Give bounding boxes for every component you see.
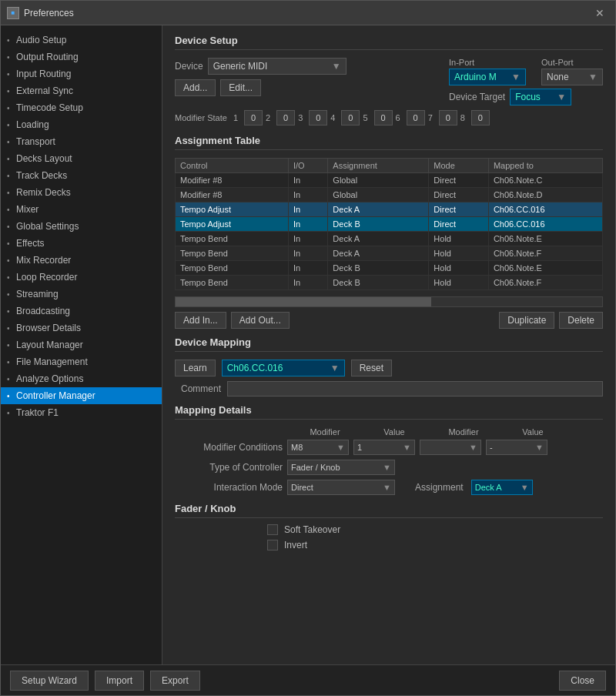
sidebar-item-external-sync[interactable]: External Sync	[1, 82, 162, 99]
sidebar-item-audio-setup[interactable]: Audio Setup	[1, 32, 162, 49]
sidebar-item-remix-decks[interactable]: Remix Decks	[1, 184, 162, 201]
sidebar-item-loop-recorder[interactable]: Loop Recorder	[1, 269, 162, 286]
assignment-table-title: Assignment Table	[175, 135, 603, 150]
cell-mode: Direct	[429, 188, 489, 202]
mod6-input[interactable]	[407, 110, 425, 125]
scrollbar-thumb	[176, 297, 431, 306]
device-mapping-title: Device Mapping	[175, 336, 603, 352]
table-row[interactable]: Tempo Bend In Deck B Hold Ch06.Note.F	[176, 276, 603, 290]
duplicate-button[interactable]: Duplicate	[499, 312, 554, 329]
assignment-table: Control I/O Assignment Mode Mapped to Mo…	[175, 158, 603, 290]
reset-button[interactable]: Reset	[351, 360, 392, 376]
type-controller-label: Type of Controller	[175, 462, 283, 473]
sidebar-item-analyze-options[interactable]: Analyze Options	[1, 370, 162, 387]
sidebar-item-transport[interactable]: Transport	[1, 133, 162, 150]
cell-control: Tempo Bend	[176, 232, 289, 246]
soft-takeover-checkbox[interactable]	[267, 524, 278, 535]
sidebar-item-loading[interactable]: Loading	[1, 116, 162, 133]
table-row[interactable]: Tempo Bend In Deck A Hold Ch06.Note.E	[176, 232, 603, 246]
table-row[interactable]: Tempo Bend In Deck B Hold Ch06.Note.E	[176, 261, 603, 276]
modifier1-dropdown[interactable]: M8 ▼	[287, 440, 349, 455]
inport-label: In-Port	[449, 58, 474, 67]
cell-mapped: Ch06.Note.F	[488, 276, 602, 290]
cell-io: In	[288, 217, 327, 232]
export-button[interactable]: Export	[150, 671, 200, 691]
sidebar-item-browser-details[interactable]: Browser Details	[1, 320, 162, 336]
cell-assignment: Deck A	[328, 246, 429, 261]
mod2-drop-arrow: ▼	[469, 443, 477, 452]
table-row-selected[interactable]: Tempo Adjust In Deck A Direct Ch06.CC.01…	[176, 202, 603, 217]
import-button[interactable]: Import	[95, 671, 144, 691]
assignment-dropdown[interactable]: Deck A ▼	[471, 480, 533, 495]
interaction-mode-label: Interaction Mode	[175, 482, 283, 493]
table-row[interactable]: Modifier #8 In Global Direct Ch06.Note.C	[176, 173, 603, 188]
cell-mode: Direct	[429, 202, 489, 217]
add-button[interactable]: Add...	[175, 79, 216, 96]
table-row[interactable]: Tempo Bend In Deck A Hold Ch06.Note.F	[176, 246, 603, 261]
device-label: Device	[175, 61, 203, 72]
value1-dropdown[interactable]: 1 ▼	[353, 440, 415, 455]
outport-dropdown[interactable]: None ▼	[541, 69, 603, 85]
sidebar-item-controller-manager[interactable]: Controller Manager	[1, 387, 162, 404]
sidebar-item-input-routing[interactable]: Input Routing	[1, 65, 162, 82]
sidebar-item-output-routing[interactable]: Output Routing	[1, 49, 162, 65]
cell-control: Tempo Bend	[176, 261, 289, 276]
cell-mapped: Ch06.Note.E	[488, 261, 602, 276]
device-target-dropdown[interactable]: Focus ▼	[510, 89, 571, 105]
table-row-selected-cyan[interactable]: Tempo Adjust In Deck B Direct Ch06.CC.01…	[176, 217, 603, 232]
mod5-input[interactable]	[374, 110, 393, 125]
sidebar-item-global-settings[interactable]: Global Settings	[1, 218, 162, 235]
close-window-button[interactable]: ✕	[591, 5, 609, 21]
sidebar-item-decks-layout[interactable]: Decks Layout	[1, 150, 162, 167]
sidebar-item-track-decks[interactable]: Track Decks	[1, 167, 162, 184]
add-in-button[interactable]: Add In...	[175, 312, 226, 329]
outport-dropdown-arrow: ▼	[588, 72, 598, 82]
mod7-label: 7	[428, 113, 433, 122]
device-dropdown[interactable]: Generic MIDI ▼	[208, 58, 346, 75]
cell-mode: Hold	[429, 246, 489, 261]
add-out-button[interactable]: Add Out...	[231, 312, 290, 329]
sidebar-item-file-management[interactable]: File Management	[1, 353, 162, 370]
col-mapped: Mapped to	[488, 159, 602, 173]
mod1-label: 1	[233, 113, 238, 122]
table-scrollbar[interactable]	[175, 296, 603, 307]
mapping-value-dropdown[interactable]: Ch06.CC.016 ▼	[222, 360, 345, 376]
modifier2-dropdown[interactable]: ▼	[420, 440, 481, 455]
sidebar-item-streaming[interactable]: Streaming	[1, 286, 162, 303]
sidebar-item-mix-recorder[interactable]: Mix Recorder	[1, 252, 162, 269]
val2-drop-arrow: ▼	[535, 443, 544, 452]
mod7-input[interactable]	[439, 110, 457, 125]
mod4-input[interactable]	[341, 110, 360, 125]
modifier-conditions-row: Modifier Conditions M8 ▼ 1 ▼ ▼ -	[175, 440, 603, 455]
titlebar: ■ Preferences ✕	[1, 1, 615, 25]
table-row[interactable]: Modifier #8 In Global Direct Ch06.Note.D	[176, 188, 603, 202]
mod8-label: 8	[460, 113, 465, 122]
interaction-mode-dropdown[interactable]: Direct ▼	[287, 480, 395, 495]
mod2-input[interactable]	[276, 110, 295, 125]
device-setup-section: Device Setup Device Generic MIDI ▼ Add..…	[175, 35, 603, 125]
type-controller-dropdown[interactable]: Fader / Knob ▼	[287, 460, 395, 475]
sidebar-item-layout-manager[interactable]: Layout Manager	[1, 336, 162, 353]
main-panel: Device Setup Device Generic MIDI ▼ Add..…	[162, 25, 615, 664]
close-button[interactable]: Close	[559, 671, 606, 691]
invert-checkbox[interactable]	[267, 540, 278, 550]
sidebar-item-effects[interactable]: Effects	[1, 235, 162, 252]
mod8-input[interactable]	[471, 110, 490, 125]
sidebar-item-traktor-f1[interactable]: Traktor F1	[1, 404, 162, 421]
delete-button[interactable]: Delete	[559, 312, 603, 329]
bottom-bar-right: Close	[559, 671, 606, 691]
inport-dropdown[interactable]: Arduino M ▼	[449, 69, 526, 85]
edit-button[interactable]: Edit...	[220, 79, 261, 96]
preferences-window: ■ Preferences ✕ Audio Setup Output Routi…	[0, 0, 616, 696]
mod3-input[interactable]	[309, 110, 327, 125]
details-header-row: Modifier Value Modifier Value	[175, 427, 603, 437]
sidebar-item-broadcasting[interactable]: Broadcasting	[1, 303, 162, 320]
sidebar-item-timecode-setup[interactable]: Timecode Setup	[1, 99, 162, 116]
learn-button[interactable]: Learn	[175, 360, 216, 376]
add-edit-row: Add... Edit...	[175, 79, 346, 96]
mod1-input[interactable]	[244, 110, 263, 125]
setup-wizard-button[interactable]: Setup Wizard	[10, 671, 89, 691]
comment-input[interactable]	[227, 381, 603, 397]
value2-dropdown[interactable]: - ▼	[486, 440, 547, 455]
sidebar-item-mixer[interactable]: Mixer	[1, 201, 162, 218]
